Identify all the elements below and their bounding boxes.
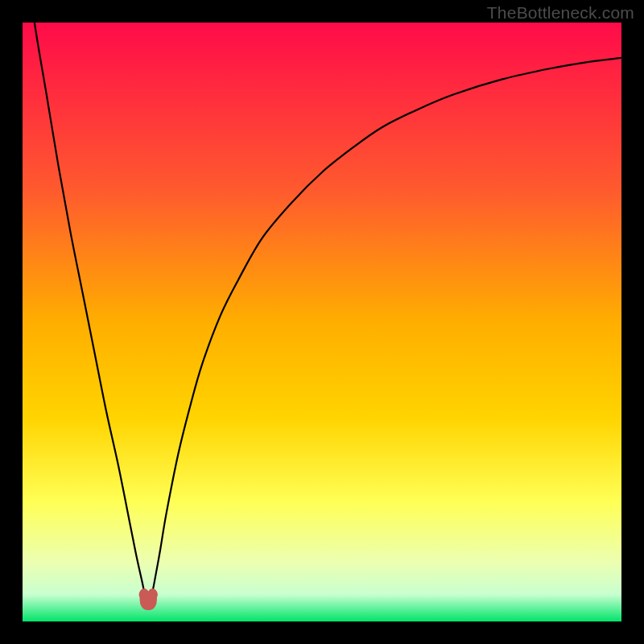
chart-frame: TheBottleneck.com: [0, 0, 644, 644]
gradient-background: [23, 23, 621, 621]
bottleneck-chart: [23, 23, 621, 621]
notch-marker-dot-1: [147, 589, 158, 600]
watermark-text: TheBottleneck.com: [487, 3, 634, 23]
plot-area: [23, 23, 621, 621]
